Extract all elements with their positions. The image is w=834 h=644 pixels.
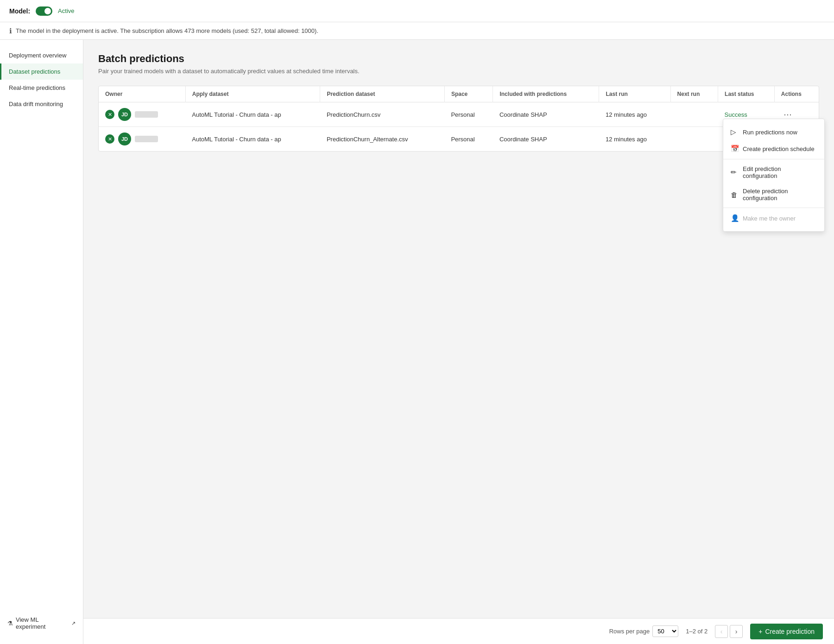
col-next-run: Next run	[670, 86, 718, 102]
external-link-icon: ↗	[71, 620, 76, 626]
owner-name-placeholder-1	[135, 111, 158, 118]
active-toggle[interactable]	[36, 6, 52, 16]
dropdown-section-1: ▷ Run predictions now 📅 Create predictio…	[723, 122, 824, 159]
toggle-knob	[44, 8, 51, 14]
col-prediction-dataset: Prediction dataset	[320, 86, 444, 102]
create-prediction-button[interactable]: + Create prediction	[750, 624, 823, 639]
page-subtitle: Pair your trained models with a dataset …	[98, 68, 819, 75]
table-header-row: Owner Apply dataset Prediction dataset S…	[99, 86, 819, 102]
view-ml-experiment-label: View ML experiment	[16, 616, 69, 630]
view-ml-experiment-link[interactable]: ⚗ View ML experiment ↗	[0, 610, 83, 637]
info-bar: ℹ The model in the deployment is active.…	[0, 22, 834, 40]
col-actions: Actions	[774, 86, 819, 102]
cell-next-run-1	[670, 102, 718, 127]
sidebar-item-realtime-predictions[interactable]: Real-time predictions	[0, 80, 83, 96]
active-status-label: Active	[58, 7, 74, 14]
cell-space-2: Personal	[444, 127, 493, 152]
cell-last-run-1: 12 minutes ago	[599, 102, 670, 127]
edit-prediction-configuration-label: Edit prediction configuration	[743, 165, 817, 179]
make-me-owner-item: 👤 Make me the owner	[723, 210, 824, 227]
col-space: Space	[444, 86, 493, 102]
predictions-table: Owner Apply dataset Prediction dataset S…	[99, 86, 819, 151]
cell-prediction-dataset-2: PredictionChurn_Alternate.csv	[320, 127, 444, 152]
cell-last-run-2: 12 minutes ago	[599, 127, 670, 152]
create-prediction-label: Create prediction	[765, 628, 815, 635]
pagination-range: 1–2 of 2	[686, 628, 708, 635]
table-row: ✕ JD AutoML Tutorial - Churn data - ap P…	[99, 127, 819, 152]
run-predictions-now-label: Run predictions now	[743, 129, 797, 136]
col-owner: Owner	[99, 86, 185, 102]
info-message: The model in the deployment is active. T…	[16, 27, 318, 34]
main-layout: Deployment overview Dataset predictions …	[0, 40, 834, 644]
actions-dropdown-menu: ▷ Run predictions now 📅 Create predictio…	[723, 119, 825, 232]
sidebar-item-deployment-overview[interactable]: Deployment overview	[0, 47, 83, 63]
make-me-owner-label: Make me the owner	[743, 215, 796, 222]
col-apply-dataset: Apply dataset	[185, 86, 320, 102]
create-prediction-schedule-label: Create prediction schedule	[743, 145, 815, 152]
table-row: ✕ JD AutoML Tutorial - Churn data - ap P…	[99, 102, 819, 127]
model-label: Model:	[9, 7, 30, 15]
page-navigation: ‹ ›	[715, 625, 743, 638]
edit-prediction-configuration-item[interactable]: ✏ Edit prediction configuration	[723, 161, 824, 183]
status-badge-1: Success	[725, 111, 747, 118]
delete-prediction-configuration-label: Delete prediction configuration	[743, 188, 817, 202]
cell-owner-1: ✕ JD	[99, 102, 185, 127]
predictions-table-container: Owner Apply dataset Prediction dataset S…	[98, 86, 819, 152]
sidebar-nav: Deployment overview Dataset predictions …	[0, 47, 83, 112]
sidebar-item-data-drift-monitoring[interactable]: Data drift monitoring	[0, 96, 83, 112]
next-page-btn[interactable]: ›	[730, 625, 743, 638]
cell-included-1: Coordinate SHAP	[493, 102, 599, 127]
delete-prediction-configuration-item[interactable]: 🗑 Delete prediction configuration	[723, 183, 824, 206]
dropdown-section-2: ✏ Edit prediction configuration 🗑 Delete…	[723, 159, 824, 208]
calendar-icon: 📅	[731, 145, 738, 153]
info-icon: ℹ	[9, 27, 12, 35]
prev-page-btn[interactable]: ‹	[715, 625, 728, 638]
plus-icon: +	[758, 628, 762, 635]
top-bar: Model: Active	[0, 0, 834, 22]
create-prediction-schedule-item[interactable]: 📅 Create prediction schedule	[723, 140, 824, 157]
rows-per-page-select[interactable]: 50 10 25 100	[652, 625, 678, 637]
main-content: Batch predictions Pair your trained mode…	[83, 40, 834, 644]
cell-owner-2: ✕ JD	[99, 127, 185, 152]
edit-icon: ✏	[731, 168, 738, 177]
avatar-1: JD	[118, 108, 131, 121]
cell-space-1: Personal	[444, 102, 493, 127]
bottom-bar: Rows per page 50 10 25 100 1–2 of 2 ‹ › …	[83, 618, 834, 644]
cell-included-2: Coordinate SHAP	[493, 127, 599, 152]
run-icon: ▷	[731, 128, 738, 136]
sidebar-item-dataset-predictions[interactable]: Dataset predictions	[0, 63, 83, 80]
col-included-with-predictions: Included with predictions	[493, 86, 599, 102]
dropdown-section-3: 👤 Make me the owner	[723, 208, 824, 228]
avatar-2: JD	[118, 133, 131, 145]
run-predictions-now-item[interactable]: ▷ Run predictions now	[723, 124, 824, 140]
remove-owner-btn-1[interactable]: ✕	[105, 110, 114, 119]
owner-icon: 👤	[731, 214, 738, 222]
cell-next-run-2	[670, 127, 718, 152]
remove-owner-btn-2[interactable]: ✕	[105, 134, 114, 144]
cell-apply-dataset-1: AutoML Tutorial - Churn data - ap	[185, 102, 320, 127]
col-last-status: Last status	[718, 86, 775, 102]
rows-per-page-label: Rows per page	[609, 628, 650, 635]
rows-per-page-control: Rows per page 50 10 25 100	[609, 625, 678, 637]
cell-apply-dataset-2: AutoML Tutorial - Churn data - ap	[185, 127, 320, 152]
delete-icon: 🗑	[731, 191, 738, 199]
cell-prediction-dataset-1: PredictionChurn.csv	[320, 102, 444, 127]
col-last-run: Last run	[599, 86, 670, 102]
flask-icon: ⚗	[7, 620, 13, 627]
owner-name-placeholder-2	[135, 136, 158, 142]
sidebar: Deployment overview Dataset predictions …	[0, 40, 83, 644]
page-title: Batch predictions	[98, 53, 819, 65]
